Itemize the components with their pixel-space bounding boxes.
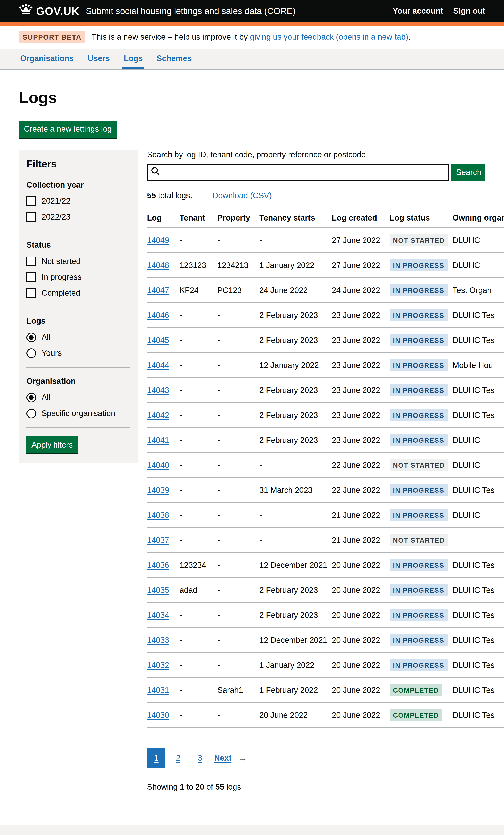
- pagination-next-link[interactable]: Next: [213, 748, 233, 768]
- log-id-link[interactable]: 14049: [147, 236, 169, 245]
- log-id-link[interactable]: 14035: [147, 586, 169, 594]
- phase-banner: SUPPORT BETA This is a new service – hel…: [0, 26, 504, 48]
- log-created-cell: 23 June 2022: [332, 378, 389, 403]
- radio-organisation-all[interactable]: [26, 393, 36, 402]
- owning-org-cell: [452, 528, 504, 553]
- table-row: 14032 - - 1 January 2022 20 June 2022 IN…: [147, 653, 504, 678]
- radio-organisation-specific[interactable]: [26, 409, 36, 418]
- log-id-link[interactable]: 14048: [147, 261, 169, 270]
- radio-logs-all[interactable]: [26, 333, 36, 342]
- download-csv-link[interactable]: Download (CSV): [213, 191, 272, 201]
- log-created-cell: 22 June 2022: [332, 453, 389, 478]
- owning-org-cell: DLUHC Tes: [452, 478, 504, 503]
- pagination-page-3[interactable]: 3: [191, 748, 209, 768]
- tab-users[interactable]: Users: [86, 48, 111, 69]
- col-tenancy-starts: Tenancy starts: [259, 209, 332, 228]
- status-badge: COMPLETED: [389, 684, 442, 696]
- log-id-link[interactable]: 14036: [147, 561, 169, 570]
- log-id-link[interactable]: 14042: [147, 411, 169, 420]
- table-row: 14049 - - - 27 June 2022 NOT STARTED DLU…: [147, 228, 504, 253]
- tenancy-starts-cell: 31 March 2023: [259, 478, 332, 503]
- log-id-link[interactable]: 14039: [147, 486, 169, 494]
- log-id-link[interactable]: 14047: [147, 286, 169, 294]
- log-id-link[interactable]: 14030: [147, 711, 169, 719]
- checkbox-not-started[interactable]: [26, 257, 36, 266]
- table-row: 14034 - - 2 February 2023 20 June 2022 I…: [147, 603, 504, 628]
- tenant-cell: -: [180, 678, 217, 703]
- sign-out-link[interactable]: Sign out: [453, 6, 485, 16]
- search-input[interactable]: [160, 165, 445, 180]
- log-id-link[interactable]: 14043: [147, 386, 169, 394]
- tab-schemes[interactable]: Schemes: [155, 48, 193, 69]
- log-id-link[interactable]: 14038: [147, 511, 169, 520]
- table-row: 14035 adad - 2 February 2023 20 June 202…: [147, 578, 504, 603]
- col-log: Log: [147, 209, 180, 228]
- property-cell: -: [217, 328, 259, 353]
- govuk-logo-link[interactable]: GOV.UK: [19, 4, 79, 18]
- tenancy-starts-cell: 2 February 2023: [259, 603, 332, 628]
- log-created-cell: 20 June 2022: [332, 603, 389, 628]
- log-id-link[interactable]: 14046: [147, 311, 169, 320]
- your-account-link[interactable]: Your account: [393, 6, 443, 16]
- col-property: Property: [217, 209, 259, 228]
- property-cell: -: [217, 378, 259, 403]
- create-lettings-log-button[interactable]: Create a new lettings log: [19, 121, 117, 138]
- status-badge: IN PROGRESS: [389, 609, 447, 621]
- checkbox-completed[interactable]: [26, 288, 36, 298]
- table-row: 14045 - - 2 February 2023 23 June 2022 I…: [147, 328, 504, 353]
- log-id-link[interactable]: 14041: [147, 436, 169, 445]
- log-id-link[interactable]: 14031: [147, 686, 169, 694]
- pagination-page-2[interactable]: 2: [169, 748, 187, 768]
- checkbox-in-progress[interactable]: [26, 272, 36, 282]
- checkbox-2022-23[interactable]: [26, 212, 36, 222]
- radio-logs-yours[interactable]: [26, 348, 36, 358]
- feedback-link[interactable]: giving us your feedback (opens in a new …: [250, 33, 408, 41]
- tenant-cell: -: [180, 603, 217, 628]
- table-row: 14047 KF24 PC123 24 June 2022 24 June 20…: [147, 278, 504, 303]
- total-logs-count: 55: [147, 191, 156, 200]
- tenancy-starts-cell: 1 January 2022: [259, 253, 332, 278]
- tenancy-starts-cell: 2 February 2023: [259, 328, 332, 353]
- owning-org-cell: DLUHC: [452, 253, 504, 278]
- property-cell: -: [217, 603, 259, 628]
- log-id-link[interactable]: 14040: [147, 461, 169, 470]
- tenant-cell: -: [180, 703, 217, 728]
- checkbox-2021-22[interactable]: [26, 196, 36, 206]
- col-log-status: Log status: [389, 209, 452, 228]
- owning-org-cell: DLUHC: [452, 228, 504, 253]
- log-id-link[interactable]: 14045: [147, 336, 169, 345]
- tab-logs[interactable]: Logs: [122, 48, 144, 69]
- log-created-cell: 23 June 2022: [332, 428, 389, 453]
- table-row: 14044 - - 12 January 2022 23 June 2022 I…: [147, 353, 504, 378]
- tenant-cell: -: [180, 328, 217, 353]
- status-badge: IN PROGRESS: [389, 284, 447, 296]
- tenant-cell: KF24: [180, 278, 217, 303]
- crown-icon: [19, 4, 33, 18]
- log-id-link[interactable]: 14032: [147, 661, 169, 670]
- filter-legend: Status: [26, 240, 130, 250]
- govuk-header: GOV.UK Submit social housing lettings an…: [0, 0, 504, 26]
- search-button[interactable]: Search: [451, 164, 485, 181]
- log-id-link[interactable]: 14044: [147, 361, 169, 370]
- filters-panel: Filters Collection year 2021/22 2022/23 …: [19, 150, 138, 463]
- log-created-cell: 20 June 2022: [332, 703, 389, 728]
- service-name-link[interactable]: Submit social housing lettings and sales…: [86, 6, 296, 17]
- apply-filters-button[interactable]: Apply filters: [26, 436, 78, 453]
- tenant-cell: -: [180, 453, 217, 478]
- header-account-nav: Your account Sign out: [393, 6, 485, 16]
- log-id-link[interactable]: 14034: [147, 611, 169, 619]
- govuk-logo-text: GOV.UK: [36, 4, 79, 18]
- tenant-cell: 123234: [180, 553, 217, 578]
- log-id-link[interactable]: 14033: [147, 636, 169, 645]
- status-badge: IN PROGRESS: [389, 259, 447, 271]
- log-created-cell: 24 June 2022: [332, 278, 389, 303]
- owning-org-cell: DLUHC Tes: [452, 678, 504, 703]
- log-id-link[interactable]: 14037: [147, 536, 169, 545]
- owning-org-cell: DLUHC Tes: [452, 403, 504, 428]
- owning-org-cell: Test Organ: [452, 278, 504, 303]
- filter-legend: Collection year: [26, 180, 130, 190]
- pagination-page-1[interactable]: 1: [147, 748, 165, 768]
- table-row: 14037 - - - 21 June 2022 NOT STARTED: [147, 528, 504, 553]
- total-logs-label: total logs.: [156, 191, 192, 200]
- tab-organisations[interactable]: Organisations: [19, 48, 75, 69]
